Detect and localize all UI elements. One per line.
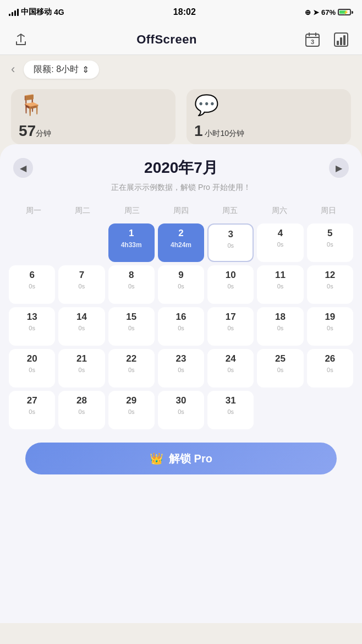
- table-row[interactable]: 190s: [307, 307, 353, 346]
- table-row[interactable]: 14h33m: [108, 223, 155, 262]
- table-row[interactable]: 80s: [108, 265, 155, 304]
- limit-label: 限额: 8小时: [34, 64, 79, 75]
- cal-day-number: 11: [275, 270, 286, 281]
- cal-day-time: 0s: [79, 408, 85, 415]
- app-card-0[interactable]: 🪑 57分钟: [11, 89, 175, 144]
- cal-day-time: 0s: [29, 367, 35, 373]
- table-row[interactable]: 110s: [257, 265, 303, 304]
- cal-day-number: 13: [27, 312, 37, 323]
- svg-rect-7: [340, 37, 342, 45]
- table-row[interactable]: 50s: [307, 223, 353, 262]
- apps-row: 🪑 57分钟 💬 1 小时10分钟: [0, 84, 362, 150]
- app-icon-1: 💬: [194, 94, 219, 117]
- cal-day-time: 0s: [327, 367, 333, 373]
- app-unit-0: 分钟: [36, 129, 51, 138]
- cal-day-time: 0s: [29, 283, 35, 290]
- table-row[interactable]: 300s: [158, 391, 204, 429]
- unlock-pro-button[interactable]: 👑 解锁 Pro: [25, 443, 337, 474]
- app-time-0: 57分钟: [19, 123, 51, 139]
- cal-day-number: 5: [327, 228, 332, 239]
- cal-day-number: 4: [278, 228, 283, 239]
- calendar-icon-button[interactable]: 3: [303, 30, 322, 50]
- compass-icon: ➤: [313, 8, 319, 17]
- cal-day-time: 0s: [178, 325, 184, 331]
- table-row[interactable]: 130s: [9, 307, 55, 346]
- cal-day-time: 0s: [277, 241, 284, 248]
- table-row[interactable]: 290s: [108, 391, 155, 429]
- cal-day-number: 15: [126, 312, 136, 323]
- share-button[interactable]: [11, 30, 31, 50]
- cal-day-time: 0s: [128, 408, 135, 415]
- table-row[interactable]: 270s: [9, 391, 55, 429]
- table-row[interactable]: 90s: [158, 265, 204, 304]
- cal-day-time: 0s: [227, 408, 234, 415]
- table-row[interactable]: 160s: [158, 307, 204, 346]
- prev-month-button[interactable]: ◀: [13, 158, 33, 178]
- cal-day-time: 0s: [29, 325, 35, 331]
- app-icon-0: 🪑: [19, 94, 43, 117]
- weekday-fri: 周五: [206, 204, 255, 218]
- table-row[interactable]: 150s: [108, 307, 155, 346]
- table-row[interactable]: 210s: [58, 349, 105, 388]
- table-row[interactable]: 260s: [307, 349, 353, 388]
- table-row[interactable]: 140s: [58, 307, 105, 346]
- limit-selector[interactable]: 限额: 8小时 ⇕: [24, 61, 99, 79]
- cal-day-number: 31: [226, 395, 236, 406]
- crown-icon: 👑: [150, 452, 163, 465]
- cal-day-number: 6: [29, 270, 34, 281]
- cal-day-number: 24: [226, 353, 236, 364]
- table-row[interactable]: 180s: [257, 307, 303, 346]
- location-icon: ⊕: [305, 8, 311, 17]
- back-button[interactable]: ‹: [11, 62, 15, 77]
- cal-day-time: 0s: [277, 283, 284, 290]
- app-card-1[interactable]: 💬 1 小时10分钟: [187, 89, 351, 144]
- unlock-section: 👑 解锁 Pro: [9, 429, 353, 480]
- svg-text:3: 3: [311, 39, 314, 45]
- table-row[interactable]: 30s: [207, 223, 254, 262]
- weekday-sun: 周日: [304, 204, 353, 218]
- cal-day-time: 0s: [79, 283, 85, 290]
- table-row: [58, 223, 105, 262]
- cal-day-time: 0s: [327, 241, 333, 248]
- table-row[interactable]: 70s: [58, 265, 105, 304]
- table-row[interactable]: 120s: [307, 265, 353, 304]
- cal-day-number: 7: [79, 270, 84, 281]
- table-row[interactable]: 24h24m: [158, 223, 204, 262]
- table-row[interactable]: 310s: [207, 391, 254, 429]
- unlock-label: 解锁 Pro: [169, 451, 212, 466]
- cal-day-number: 28: [76, 395, 87, 406]
- cal-day-time: 4h24m: [171, 241, 191, 249]
- next-month-button[interactable]: ▶: [329, 158, 349, 178]
- status-left: 中国移动 4G: [9, 7, 64, 17]
- status-time: 18:02: [173, 7, 196, 17]
- weekday-wed: 周三: [107, 204, 156, 218]
- table-row[interactable]: 40s: [257, 223, 303, 262]
- table-row[interactable]: 60s: [9, 265, 55, 304]
- limit-arrows-icon: ⇕: [82, 64, 89, 75]
- chart-icon-button[interactable]: [331, 30, 351, 50]
- cal-day-number: 3: [228, 229, 233, 240]
- cal-day-time: 0s: [79, 325, 85, 331]
- cal-day-time: 0s: [178, 408, 184, 415]
- table-row[interactable]: 100s: [207, 265, 254, 304]
- table-row[interactable]: 230s: [158, 349, 204, 388]
- weekday-tue: 周二: [58, 204, 107, 218]
- table-row[interactable]: 200s: [9, 349, 55, 388]
- app-time-1: 1 小时10分钟: [194, 123, 244, 139]
- table-row[interactable]: 240s: [207, 349, 254, 388]
- battery-percent: 67%: [321, 8, 336, 17]
- weekday-row: 周一 周二 周三 周四 周五 周六 周日: [9, 204, 353, 218]
- calendar-month-title: 2020年7月: [144, 157, 218, 178]
- app-title: OffScreen: [136, 32, 197, 47]
- status-bar: 中国移动 4G 18:02 ⊕ ➤ 67% ⚡: [0, 0, 362, 24]
- table-row[interactable]: 220s: [108, 349, 155, 388]
- table-row: [257, 391, 303, 429]
- cal-day-number: 22: [126, 353, 136, 364]
- table-row[interactable]: 250s: [257, 349, 303, 388]
- next-arrow-icon: ▶: [336, 163, 342, 173]
- calendar-header: ◀ 2020年7月 ▶: [9, 157, 353, 178]
- table-row[interactable]: 170s: [207, 307, 254, 346]
- table-row[interactable]: 280s: [58, 391, 105, 429]
- nav-bar: OffScreen 3: [0, 24, 362, 55]
- cal-day-number: 19: [325, 312, 335, 323]
